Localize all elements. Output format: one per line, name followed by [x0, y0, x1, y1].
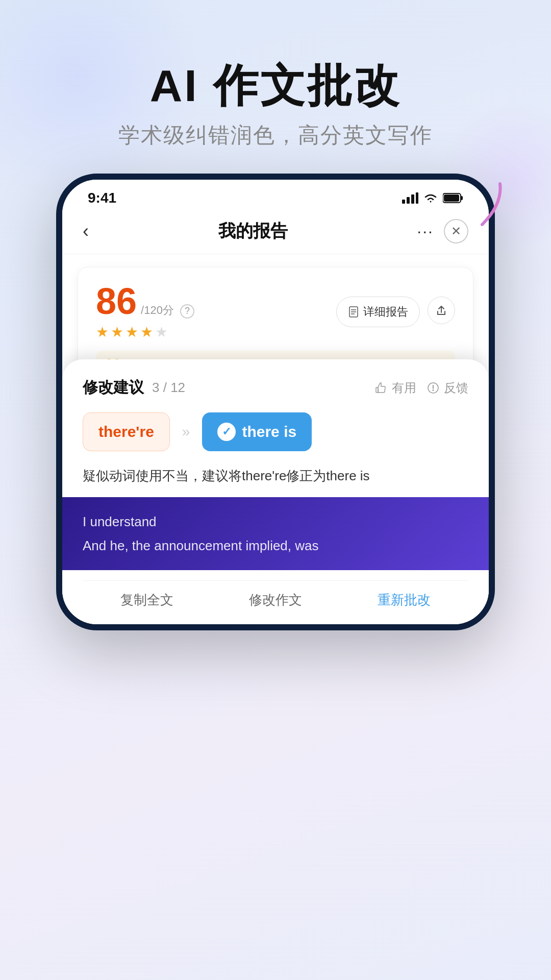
- copy-button[interactable]: 复制全文: [120, 591, 173, 609]
- status-icons: [402, 192, 463, 204]
- svg-rect-2: [411, 194, 414, 204]
- score-number: 86: [96, 283, 137, 320]
- correct-word-chip[interactable]: ✓ there is: [202, 412, 312, 451]
- check-icon: ✓: [217, 423, 236, 441]
- wifi-icon: [423, 192, 438, 204]
- preview-line2: And he, the announcement implied, was: [83, 534, 468, 558]
- svg-rect-0: [402, 200, 405, 204]
- signal-icon: [402, 192, 418, 204]
- status-time: 9:41: [88, 190, 116, 206]
- detail-report-button[interactable]: 详细报告: [336, 297, 420, 327]
- help-icon[interactable]: ?: [180, 304, 194, 318]
- more-button[interactable]: ···: [417, 222, 434, 241]
- svg-rect-1: [407, 197, 410, 204]
- recheck-button[interactable]: 重新批改: [378, 591, 431, 609]
- sub-title: 学术级纠错润色，高分英文写作: [0, 121, 551, 150]
- svg-point-14: [433, 389, 434, 391]
- suggestion-count: 3 / 12: [152, 380, 185, 396]
- svg-rect-3: [416, 192, 418, 204]
- nav-bar: ‹ 我的报告 ··· ✕: [62, 211, 489, 254]
- main-title: AI 作文批改: [0, 61, 551, 111]
- phone-mockup: 9:41: [56, 174, 495, 630]
- wrong-word-chip[interactable]: there're: [83, 412, 170, 451]
- useful-button[interactable]: 有用: [374, 380, 416, 396]
- preview-section: I understand And he, the announcement im…: [62, 497, 489, 571]
- suggestion-panel: 修改建议 3 / 12 有用 反馈 ther: [62, 359, 489, 624]
- share-button[interactable]: [428, 297, 455, 324]
- preview-line1: I understand: [83, 510, 468, 534]
- back-button[interactable]: ‹: [83, 220, 89, 242]
- status-bar: 9:41: [62, 180, 489, 211]
- score-max: /120分: [141, 303, 174, 318]
- nav-title: 我的报告: [218, 219, 288, 243]
- correction-row: there're » ✓ there is: [83, 412, 468, 451]
- arrow-icon: »: [182, 424, 190, 440]
- bottom-buttons: 复制全文 修改作文 重新批改: [83, 580, 468, 609]
- feedback-button[interactable]: 反馈: [427, 380, 468, 396]
- suggestion-title: 修改建议: [83, 377, 144, 398]
- edit-button[interactable]: 修改作文: [249, 591, 302, 609]
- star-rating: ★ ★ ★ ★ ★: [96, 324, 194, 340]
- svg-rect-11: [376, 387, 378, 393]
- suggestion-description: 疑似动词使用不当，建议将there're修正为there is: [83, 465, 468, 487]
